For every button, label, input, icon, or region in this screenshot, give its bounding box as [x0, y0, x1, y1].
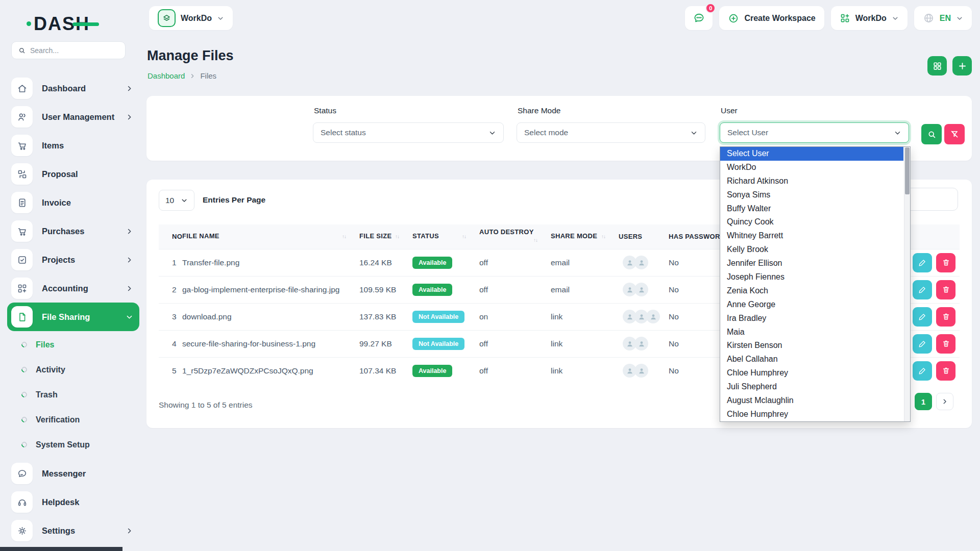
dropdown-option[interactable]: Whitney Barrett	[720, 229, 903, 243]
chevron-down-icon	[488, 129, 496, 137]
delete-button[interactable]	[936, 307, 955, 327]
avatar	[634, 283, 648, 296]
swap-boxes-icon	[17, 169, 28, 180]
breadcrumb: Dashboard Files	[148, 71, 216, 80]
col-share-mode[interactable]: SHARE MODE↑↓	[551, 224, 619, 249]
dropdown-option[interactable]: August Mclaughlin	[720, 394, 903, 408]
sidebar-subitem-system-setup[interactable]: System Setup	[7, 432, 139, 457]
dropdown-option[interactable]: Abel Callahan	[720, 353, 903, 366]
chevron-down-icon	[892, 15, 899, 22]
dropdown-option[interactable]: Jennifer Ellison	[720, 257, 903, 270]
sidebar-search[interactable]	[11, 41, 126, 59]
user-filter-select[interactable]: Select User	[720, 122, 909, 143]
entries-summary: Showing 1 to 5 of 5 entries	[159, 400, 253, 410]
dropdown-option[interactable]: Anne George	[720, 298, 903, 312]
sidebar-item-invoice[interactable]: Invoice	[7, 188, 139, 217]
pagination-next-button[interactable]	[936, 393, 953, 410]
dropdown-option[interactable]: Kelly Brook	[720, 243, 903, 257]
sidebar-subitem-verification[interactable]: Verification	[7, 407, 139, 432]
sort-icon[interactable]: ↑↓	[601, 232, 605, 241]
avatar	[634, 364, 648, 378]
delete-button[interactable]	[936, 280, 955, 299]
apply-filter-button[interactable]	[921, 124, 942, 144]
user-avatars	[619, 337, 669, 350]
dropdown-option[interactable]: Joseph Fiennes	[720, 270, 903, 284]
sidebar-subitem-trash[interactable]: Trash	[7, 382, 139, 407]
users-icon	[17, 112, 28, 122]
dropdown-option[interactable]: Sonya Sims	[720, 188, 903, 202]
dropdown-option[interactable]: WorkDo	[720, 161, 903, 174]
create-workspace-button[interactable]: Create Workspace	[719, 6, 824, 30]
delete-button[interactable]	[936, 361, 955, 381]
dropdown-option[interactable]: Quincy Cook	[720, 215, 903, 229]
dropdown-option[interactable]: Chloe Humphrey	[720, 408, 903, 421]
sort-icon[interactable]: ↑↓	[395, 232, 399, 241]
dropdown-option[interactable]: Zenia Koch	[720, 284, 903, 298]
share-mode-filter-select[interactable]: Select mode	[517, 122, 705, 143]
sidebar-search-input[interactable]	[30, 46, 119, 55]
chat-bubble-icon	[17, 468, 28, 479]
col-status[interactable]: STATUS↑↓	[412, 224, 479, 249]
sidebar-subitem-files[interactable]: Files	[7, 332, 139, 357]
sort-icon[interactable]: ↑↓	[462, 232, 466, 241]
edit-button[interactable]	[913, 334, 932, 354]
col-auto-destroy[interactable]: AUTO DESTROY↑↓	[479, 224, 551, 249]
trash-icon	[942, 258, 950, 267]
sidebar-subitem-activity[interactable]: Activity	[7, 357, 139, 382]
sidebar-item-purchases[interactable]: Purchases	[7, 217, 139, 245]
delete-button[interactable]	[936, 334, 955, 354]
sidebar-item-user-management[interactable]: User Management	[7, 103, 139, 131]
grid-view-button[interactable]	[927, 56, 947, 76]
messages-button[interactable]: 0	[685, 6, 713, 30]
workspace-menu-button[interactable]: WorkDo	[831, 6, 908, 30]
delete-button[interactable]	[936, 253, 955, 272]
scrollbar-thumb[interactable]	[905, 147, 910, 194]
status-filter-select[interactable]: Select status	[313, 122, 504, 143]
sidebar-item-dashboard[interactable]: Dashboard	[7, 74, 139, 103]
edit-button[interactable]	[913, 280, 932, 299]
sidebar-item-settings[interactable]: Settings	[7, 516, 139, 545]
dropdown-option[interactable]: Ira Bradley	[720, 312, 903, 325]
reset-filter-button[interactable]	[944, 124, 965, 144]
add-file-button[interactable]	[952, 56, 972, 76]
dropdown-option[interactable]: Juli Shepherd	[720, 380, 903, 394]
dropdown-option[interactable]: Maia	[720, 325, 903, 339]
chevron-down-icon	[217, 15, 224, 22]
dropdown-option[interactable]: Kirsten Benson	[720, 339, 903, 353]
chevron-right-icon	[126, 256, 133, 264]
language-selector[interactable]: EN	[914, 6, 972, 30]
dropdown-option[interactable]: Select User	[720, 147, 903, 161]
dropdown-scrollbar[interactable]	[904, 147, 910, 421]
sidebar-item-helpdesk[interactable]: Helpdesk	[7, 488, 139, 516]
edit-button[interactable]	[913, 253, 932, 272]
sidebar-item-file-sharing[interactable]: File Sharing	[7, 303, 139, 331]
sort-icon[interactable]: ↑↓	[533, 236, 537, 245]
breadcrumb-dashboard-link[interactable]: Dashboard	[148, 71, 185, 80]
file-name: download.png	[182, 303, 359, 330]
bullet-icon	[20, 341, 28, 348]
user-filter-label: User	[721, 106, 738, 115]
sort-icon[interactable]: ↑↓	[342, 232, 346, 241]
col-file-name[interactable]: FILE NAME↑↓	[182, 224, 359, 249]
edit-button[interactable]	[913, 307, 932, 327]
sidebar-item-projects[interactable]: Projects	[7, 245, 139, 274]
chevron-right-icon	[126, 113, 133, 121]
dropdown-option[interactable]: Chloe Humphrey	[720, 366, 903, 380]
pagination-page-1[interactable]: 1	[915, 393, 932, 410]
entries-per-page-select[interactable]: 10	[159, 190, 194, 211]
bullet-icon	[20, 416, 28, 423]
col-file-size[interactable]: FILE SIZE↑↓	[359, 224, 412, 249]
sidebar-item-accounting[interactable]: Accounting	[7, 274, 139, 303]
app-screen: DASH Dashboard User Management Items	[0, 0, 980, 551]
col-no[interactable]: NO	[159, 224, 182, 249]
chevron-down-icon	[181, 197, 188, 204]
user-avatars	[619, 310, 669, 323]
dropdown-option[interactable]: Richard Atkinson	[720, 174, 903, 188]
sidebar-item-items[interactable]: Items	[7, 131, 139, 160]
sidebar-item-proposal[interactable]: Proposal	[7, 160, 139, 188]
dropdown-option[interactable]: Buffy Walter	[720, 202, 903, 216]
grid-plus-icon	[840, 13, 850, 23]
sidebar-item-messenger[interactable]: Messenger	[7, 459, 139, 488]
workspace-selector[interactable]: WorkDo	[149, 6, 233, 30]
edit-button[interactable]	[913, 361, 932, 381]
